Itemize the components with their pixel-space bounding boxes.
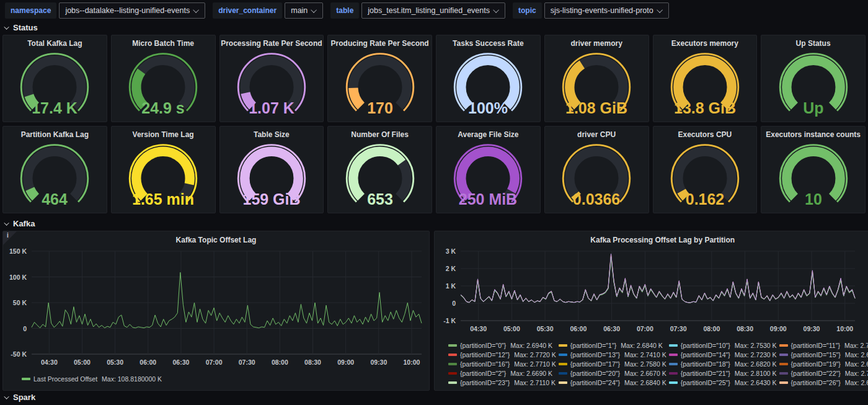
legend-swatch bbox=[559, 381, 567, 384]
chart-title[interactable]: Kafka Processing Offset Lag by Partition bbox=[435, 231, 868, 246]
x-axis-tick: 06:30 bbox=[603, 325, 620, 332]
gauge-title[interactable]: driver CPU bbox=[577, 127, 616, 140]
variable-label: driver_container bbox=[213, 2, 282, 19]
legend-item[interactable]: {partitionID="20"}Max: 2.6670 K bbox=[559, 370, 666, 377]
legend-item[interactable]: {partitionID="16"}Max: 2.7710 K bbox=[448, 360, 556, 368]
legend-item[interactable]: {partitionID="19"}Max: 2.6690 K bbox=[779, 360, 868, 368]
gauge-title[interactable]: Executors instance counts bbox=[766, 127, 861, 140]
legend-item[interactable]: {partitionID="10"}Max: 2.7530 K bbox=[669, 342, 777, 349]
gauge-value: 1.07 K bbox=[249, 99, 294, 117]
legend-swatch bbox=[448, 344, 457, 347]
x-axis-tick: 05:00 bbox=[503, 325, 520, 332]
legend-item[interactable]: {partitionID="0"}Max: 2.6940 K bbox=[448, 342, 556, 349]
chevron-down-icon bbox=[4, 24, 9, 29]
legend-label: {partitionID="18"} bbox=[681, 360, 730, 368]
gauge-value: 170 bbox=[367, 99, 393, 117]
legend-label: {partitionID="16"} bbox=[460, 360, 510, 368]
legend-item[interactable]: {partitionID="23"}Max: 2.7110 K bbox=[448, 379, 556, 386]
legend-item[interactable]: {partitionID="11"}Max: 2.7380 K bbox=[779, 342, 868, 349]
gauge-title[interactable]: Producing Rate Per Second bbox=[331, 35, 429, 49]
gauge-title[interactable]: Executors memory bbox=[671, 35, 738, 49]
legend-label: {partitionID="21"} bbox=[681, 370, 730, 377]
chart-title[interactable]: Kafka Topic Offset Lag bbox=[3, 231, 429, 246]
legend-max: Max: 2.6790 K bbox=[845, 379, 868, 386]
legend-item[interactable]: {partitionID="12"}Max: 2.7720 K bbox=[448, 351, 556, 358]
legend-max: Max: 2.7380 K bbox=[844, 342, 868, 349]
chart-plot-area[interactable]: 3 K2 K1 K0-1 K04:3005:0005:3006:0006:300… bbox=[435, 246, 868, 338]
gauge-title[interactable]: Table Size bbox=[254, 127, 290, 140]
legend-label: {partitionID="1"} bbox=[570, 342, 616, 349]
legend-max: Max: 2.7580 K bbox=[624, 360, 666, 368]
chevron-down-icon bbox=[311, 7, 317, 13]
gauge-title[interactable]: Executors CPU bbox=[678, 127, 732, 140]
gauge-title[interactable]: Version Time Lag bbox=[133, 127, 194, 140]
chart-legend: Last Processed OffsetMax: 108.8180000 K bbox=[3, 372, 429, 383]
gauge-title[interactable]: Micro Batch Time bbox=[132, 35, 194, 49]
chevron-down-icon bbox=[493, 7, 499, 13]
gauge-title[interactable]: Partition Kafka Lag bbox=[21, 127, 89, 140]
chevron-down-icon bbox=[4, 394, 9, 399]
variable-select-table[interactable]: jobs_test.itm_listing_unified_events bbox=[361, 2, 505, 19]
legend-item[interactable]: {partitionID="22"}Max: 2.7690 K bbox=[779, 370, 868, 377]
variable-select-driver_container[interactable]: main bbox=[285, 2, 323, 19]
x-axis-tick: 09:30 bbox=[370, 358, 387, 366]
gauge-title[interactable]: Processing Rate Per Second bbox=[221, 35, 322, 49]
legend-max: Max: 2.7410 K bbox=[624, 351, 666, 358]
chart-plot-area[interactable]: 150 K100 K50 K0-50 K04:3005:0005:3006:00… bbox=[3, 246, 429, 372]
variable-select-namespace[interactable]: jobs--datalake--listing-unified-events bbox=[59, 2, 205, 19]
gauge-panel: Producing Rate Per Second170 bbox=[327, 35, 432, 122]
legend-swatch bbox=[22, 378, 30, 380]
gauge: 170 bbox=[330, 49, 430, 122]
gauge-panel: Version Time Lag1.65 min bbox=[111, 126, 216, 213]
y-axis-tick: 150 K bbox=[9, 247, 27, 255]
legend-swatch bbox=[448, 372, 457, 375]
gauge-title[interactable]: Up Status bbox=[796, 35, 831, 49]
gauge-title[interactable]: driver memory bbox=[570, 35, 622, 49]
gauge-value: 0.162 bbox=[686, 190, 724, 208]
legend-item[interactable]: {partitionID="14"}Max: 2.7230 K bbox=[669, 351, 777, 358]
gauge-title[interactable]: Total Kafka Lag bbox=[27, 35, 82, 49]
legend-item[interactable]: {partitionID="2"}Max: 2.6690 K bbox=[448, 370, 556, 377]
x-axis-tick: 05:30 bbox=[107, 358, 123, 366]
x-axis-tick: 08:30 bbox=[737, 325, 753, 332]
y-axis-tick: 1 K bbox=[446, 282, 456, 290]
legend-item[interactable]: {partitionID="26"}Max: 2.6790 K bbox=[779, 379, 868, 386]
gauge-title[interactable]: Tasks Success Rate bbox=[453, 35, 524, 49]
legend-max: Max: 2.6840 K bbox=[621, 342, 663, 349]
legend-item[interactable]: {partitionID="1"}Max: 2.6840 K bbox=[559, 342, 666, 349]
gauge-fill bbox=[353, 88, 361, 106]
variable-label: table bbox=[330, 2, 359, 19]
chevron-down-icon bbox=[4, 220, 9, 225]
legend-item[interactable]: {partitionID="18"}Max: 2.6820 K bbox=[669, 360, 777, 368]
section-status[interactable]: Status bbox=[0, 21, 868, 33]
y-axis-tick: 3 K bbox=[446, 247, 456, 255]
gauge: 0.0366 bbox=[547, 140, 646, 213]
legend-label: {partitionID="13"} bbox=[570, 351, 620, 358]
x-axis-tick: 07:00 bbox=[206, 358, 223, 366]
legend-item[interactable]: {partitionID="17"}Max: 2.7580 K bbox=[559, 360, 666, 368]
y-axis-tick: -50 K bbox=[11, 350, 27, 358]
legend-item[interactable]: {partitionID="21"}Max: 2.8100 K bbox=[669, 370, 777, 377]
legend-max: Max: 2.6800 K bbox=[845, 351, 868, 358]
gauge-title[interactable]: Average File Size bbox=[458, 127, 518, 140]
gauge-value: 653 bbox=[367, 190, 393, 208]
legend-max: Max: 2.8100 K bbox=[735, 370, 777, 377]
legend-item[interactable]: {partitionID="13"}Max: 2.7410 K bbox=[559, 351, 666, 358]
legend-max: Max: 2.6940 K bbox=[510, 342, 552, 349]
section-kafka[interactable]: Kafka bbox=[0, 217, 868, 229]
legend-label: {partitionID="23"} bbox=[460, 379, 510, 386]
chevron-down-icon bbox=[657, 7, 663, 13]
legend-max: Max: 2.6670 K bbox=[624, 370, 666, 377]
legend-item[interactable]: {partitionID="25"}Max: 2.6430 K bbox=[669, 379, 777, 386]
legend-item[interactable]: Last Processed OffsetMax: 108.8180000 K bbox=[22, 375, 162, 383]
x-axis-tick: 10:00 bbox=[404, 358, 420, 366]
variable-label: topic bbox=[513, 2, 542, 19]
legend-item[interactable]: {partitionID="15"}Max: 2.6800 K bbox=[779, 351, 868, 358]
gauge-value: 464 bbox=[42, 190, 68, 208]
status-gauge-grid: Total Kafka Lag17.4 KMicro Batch Time24.… bbox=[2, 35, 866, 213]
gauge-title[interactable]: Number Of Files bbox=[351, 127, 409, 140]
variable-select-topic[interactable]: sjs-listing-events-unified-proto bbox=[544, 2, 669, 19]
legend-item[interactable]: {partitionID="24"}Max: 2.6840 K bbox=[559, 379, 666, 386]
x-axis-tick: 08:30 bbox=[304, 358, 321, 366]
section-spark[interactable]: Spark bbox=[0, 391, 868, 403]
